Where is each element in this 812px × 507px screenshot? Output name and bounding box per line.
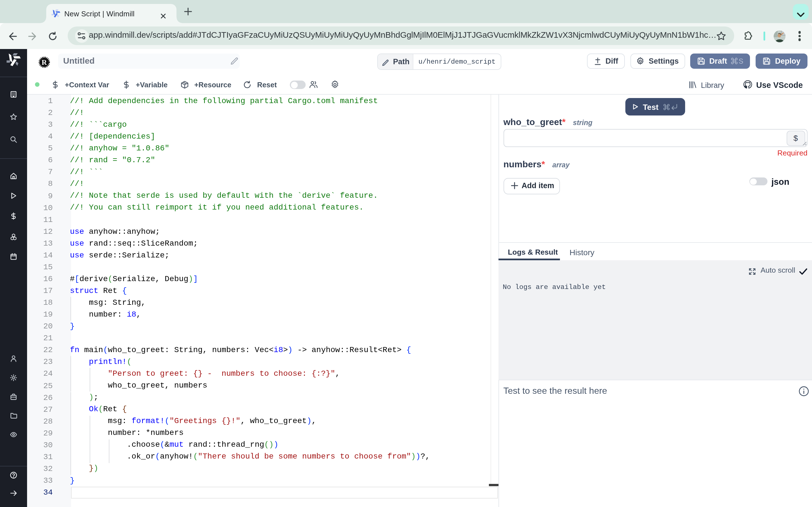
svg-text:R: R	[42, 58, 47, 66]
